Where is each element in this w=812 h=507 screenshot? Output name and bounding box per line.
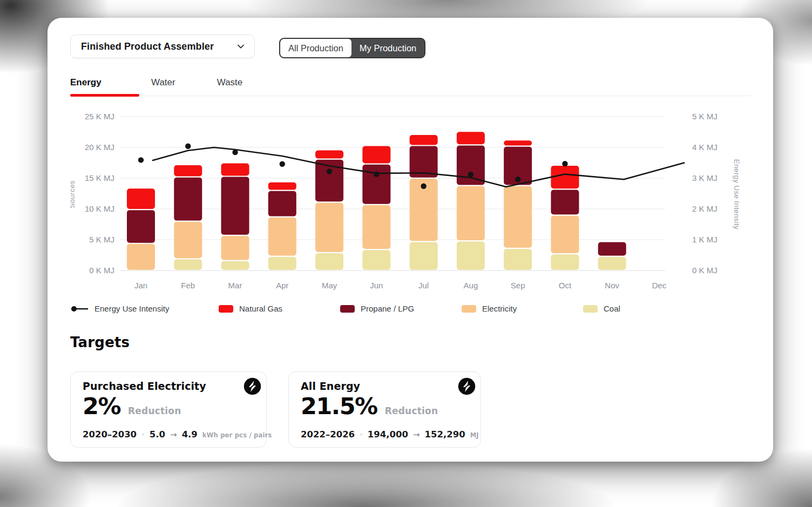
target-from-value: 5.0 — [150, 429, 165, 440]
bar-apr-coal[interactable] — [268, 257, 296, 270]
month-label: Apr — [276, 281, 288, 290]
energy-bolt-icon — [458, 377, 476, 395]
toggle-my-production[interactable]: My Production — [351, 39, 424, 57]
bar-feb-coal[interactable] — [174, 259, 202, 269]
left-axis-title: Sources — [70, 180, 76, 208]
left-axis-tick: 5 K MJ — [89, 235, 114, 244]
target-cards: Purchased Electricity 2% Reduction 2020–… — [70, 371, 481, 448]
tab-waste[interactable]: Waste — [217, 73, 243, 96]
bar-jul-coal[interactable] — [410, 242, 438, 269]
bar-aug-propane-lpg[interactable] — [457, 145, 485, 185]
tab-water[interactable]: Water — [151, 73, 175, 96]
bar-aug-electricity[interactable] — [457, 186, 485, 240]
right-axis-tick: 2 K MJ — [692, 204, 718, 213]
separator-dot: · — [141, 430, 145, 440]
bar-jun-coal[interactable] — [362, 250, 390, 270]
intensity-dot-jun[interactable] — [374, 171, 379, 177]
bar-sep-natural-gas[interactable] — [504, 140, 532, 145]
left-axis-tick: 20 K MJ — [85, 143, 114, 152]
bar-nov-coal[interactable] — [598, 257, 626, 270]
target-unit: kWh per pcs / pairs — [202, 431, 272, 439]
target-card-purchased-electricity: Purchased Electricity 2% Reduction 2020–… — [70, 371, 267, 448]
bar-jan-propane-lpg[interactable] — [127, 210, 155, 243]
toggle-my-production-label: My Production — [360, 43, 416, 53]
bar-apr-propane-lpg[interactable] — [268, 191, 296, 217]
bar-feb-electricity[interactable] — [174, 222, 202, 258]
bar-nov-propane-lpg[interactable] — [598, 242, 626, 255]
bar-feb-natural-gas[interactable] — [174, 165, 202, 177]
bar-aug-coal[interactable] — [457, 241, 485, 270]
dashboard-card: Finished Product Assembler All Productio… — [48, 18, 773, 462]
legend-item-energy-use-intensity[interactable]: Energy Use Intensity — [70, 304, 169, 313]
month-label: Sep — [511, 281, 525, 290]
bar-mar-electricity[interactable] — [221, 236, 249, 260]
bar-oct-coal[interactable] — [551, 254, 579, 270]
bar-sep-coal[interactable] — [504, 249, 532, 270]
bar-mar-natural-gas[interactable] — [221, 164, 249, 176]
bar-apr-electricity[interactable] — [268, 218, 296, 256]
chevron-down-icon — [236, 42, 246, 51]
intensity-dot-may[interactable] — [327, 168, 332, 174]
left-axis-tick: 10 K MJ — [85, 204, 114, 213]
bar-apr-natural-gas[interactable] — [268, 182, 296, 190]
intensity-dot-feb[interactable] — [185, 144, 191, 149]
intensity-dot-mar[interactable] — [232, 150, 238, 155]
bar-jan-natural-gas[interactable] — [127, 188, 155, 209]
intensity-dot-aug[interactable] — [468, 172, 473, 177]
energy-stacked-bar-chart: 0 K MJ0 K MJ5 K MJ1 K MJ10 K MJ2 K MJ15 … — [70, 108, 750, 294]
bar-jun-propane-lpg[interactable] — [362, 165, 390, 204]
bar-oct-natural-gas[interactable] — [551, 166, 579, 188]
natural-gas-swatch-icon — [219, 305, 233, 313]
facility-dropdown-label: Finished Product Assembler — [81, 41, 214, 52]
tab-energy[interactable]: Energy — [70, 73, 139, 96]
legend-item-natural-gas[interactable]: Natural Gas — [219, 304, 282, 313]
line-dot-icon — [70, 306, 89, 312]
target-percent: 2% — [83, 393, 120, 420]
facility-dropdown[interactable]: Finished Product Assembler — [70, 35, 255, 58]
legend-item-electricity[interactable]: Electricity — [462, 304, 517, 313]
month-label: Feb — [181, 281, 195, 290]
bar-sep-electricity[interactable] — [504, 186, 532, 248]
arrow-right-icon: → — [170, 430, 177, 440]
bar-mar-propane-lpg[interactable] — [221, 177, 249, 235]
legend-item-propane-lpg[interactable]: Propane / LPG — [340, 304, 414, 313]
target-period: 2020–2030 — [83, 429, 137, 440]
production-toggle: All Production My Production — [279, 38, 425, 58]
target-unit: MJ — [470, 431, 479, 439]
bar-jun-natural-gas[interactable] — [362, 146, 390, 164]
bar-may-coal[interactable] — [315, 253, 343, 270]
bar-jul-natural-gas[interactable] — [410, 135, 438, 145]
intensity-dot-apr[interactable] — [280, 161, 285, 167]
bar-jun-electricity[interactable] — [362, 205, 390, 249]
bar-mar-coal[interactable] — [221, 261, 249, 270]
bar-may-natural-gas[interactable] — [315, 151, 343, 159]
month-label: Jun — [370, 281, 383, 290]
bar-oct-propane-lpg[interactable] — [551, 190, 579, 215]
intensity-dot-oct[interactable] — [562, 161, 567, 166]
right-axis-tick: 1 K MJ — [692, 235, 718, 244]
active-tab-underline — [70, 94, 139, 97]
bar-feb-propane-lpg[interactable] — [174, 178, 202, 221]
legend-label: Electricity — [482, 304, 517, 313]
bar-jan-electricity[interactable] — [127, 244, 155, 270]
targets-heading: Targets — [70, 334, 130, 350]
left-axis-tick: 0 K MJ — [89, 266, 114, 275]
intensity-dot-jul[interactable] — [421, 184, 426, 189]
legend-item-coal[interactable]: Coal — [583, 304, 620, 313]
right-axis-tick: 5 K MJ — [692, 112, 718, 121]
target-card-title: Purchased Electricity — [83, 380, 255, 392]
toggle-all-production[interactable]: All Production — [280, 39, 351, 57]
intensity-dot-jan[interactable] — [138, 157, 144, 163]
chart-legend: Energy Use IntensityNatural GasPropane /… — [70, 304, 750, 313]
bar-may-electricity[interactable] — [315, 202, 343, 252]
month-label: May — [322, 281, 337, 290]
intensity-dot-sep[interactable] — [515, 177, 520, 182]
bar-aug-natural-gas[interactable] — [457, 132, 485, 144]
energy-chart-area: 0 K MJ0 K MJ5 K MJ1 K MJ10 K MJ2 K MJ15 … — [70, 108, 750, 294]
bar-oct-electricity[interactable] — [551, 215, 579, 253]
legend-label: Coal — [604, 304, 620, 313]
target-period: 2022–2026 — [301, 429, 355, 440]
right-axis-tick: 3 K MJ — [692, 173, 718, 182]
month-label: Nov — [605, 281, 619, 290]
legend-label: Natural Gas — [239, 304, 282, 313]
